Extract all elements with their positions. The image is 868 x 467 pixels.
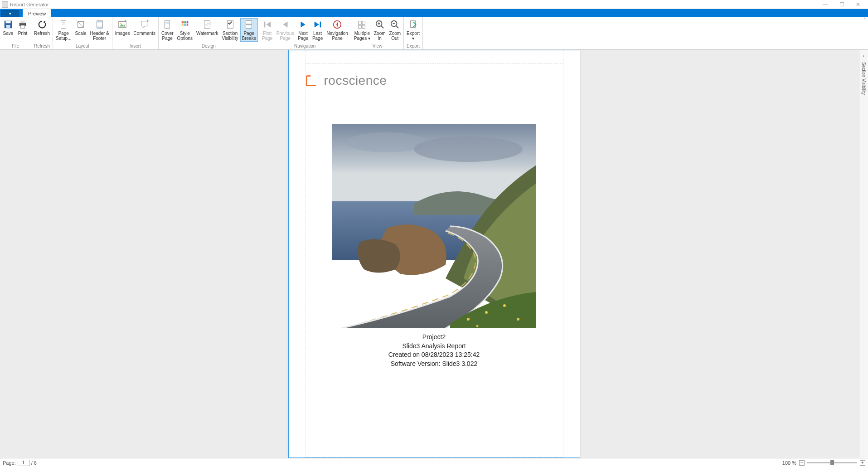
zoom-plus-button[interactable]: + — [860, 460, 865, 466]
group-label-design: Design — [160, 44, 258, 49]
page-setup-icon — [58, 19, 69, 30]
tab-preview[interactable]: Preview — [23, 9, 51, 17]
page-number-input[interactable] — [18, 460, 29, 466]
save-button[interactable]: Save — [1, 18, 15, 37]
page-breaks-label: Page Breaks — [242, 31, 256, 41]
images-label: Images — [115, 31, 130, 36]
style-options-button[interactable]: Style Options — [175, 18, 194, 42]
multiple-pages-label: Multiple Pages ▾ — [354, 31, 370, 41]
svg-rect-5 — [20, 25, 24, 28]
side-panel-label: Section Visibility — [861, 62, 866, 95]
page-breaks-icon — [243, 19, 254, 30]
cover-page-button[interactable]: Cover Page — [160, 18, 175, 42]
svg-rect-31 — [246, 25, 252, 28]
quick-access-toolbar[interactable]: ▾ — [1, 10, 19, 17]
ribbon-collapse-button[interactable]: ˄ — [863, 17, 866, 23]
navigation-pane-icon — [332, 19, 343, 30]
previous-page-icon — [280, 19, 291, 30]
svg-rect-8 — [62, 24, 65, 24]
ribbon-group-insert: + Images + Comments Insert — [112, 17, 159, 49]
zoom-slider[interactable] — [807, 462, 857, 463]
minimize-button[interactable]: — — [817, 0, 834, 9]
zoom-slider-thumb[interactable] — [830, 460, 834, 465]
tabstrip: ▾ Preview — [0, 9, 868, 17]
svg-rect-4 — [20, 21, 24, 24]
print-label: Print — [18, 31, 28, 36]
svg-marker-36 — [314, 22, 319, 28]
next-page-button[interactable]: Next Page — [296, 18, 310, 42]
last-page-icon — [312, 19, 323, 30]
watermark-button[interactable]: ABC Watermark — [194, 18, 220, 37]
svg-rect-26 — [186, 24, 188, 26]
svg-line-49 — [396, 26, 399, 29]
svg-rect-24 — [181, 24, 184, 26]
svg-text:+: + — [125, 19, 127, 23]
group-label-navigation: Navigation — [260, 44, 350, 49]
svg-marker-35 — [301, 22, 305, 28]
style-options-icon — [179, 19, 190, 30]
page-preview[interactable]: rocscience — [288, 50, 580, 458]
ribbon-group-navigation: First Page Previous Page Next Page Last … — [259, 17, 351, 49]
scale-icon — [75, 19, 86, 30]
scale-button[interactable]: Scale — [73, 18, 88, 37]
svg-rect-25 — [184, 24, 186, 26]
export-label: Export ▾ — [407, 31, 420, 41]
export-button[interactable]: Export ▾ — [405, 18, 422, 42]
cover-page-icon — [162, 19, 173, 30]
save-icon — [3, 19, 14, 30]
print-button[interactable]: Print — [15, 18, 30, 37]
svg-rect-42 — [359, 25, 361, 28]
page-setup-button[interactable]: Page Setup... — [54, 18, 73, 42]
ribbon-group-design: Cover Page Style Options ABC Watermark S… — [159, 17, 259, 49]
zoom-out-button[interactable]: Zoom Out — [388, 18, 403, 42]
previous-page-button[interactable]: Previous Page — [275, 18, 296, 42]
header-footer-button[interactable]: Header & Footer — [88, 18, 111, 42]
svg-rect-2 — [6, 25, 10, 28]
zoom-out-label: Zoom Out — [389, 31, 401, 41]
section-visibility-icon — [225, 19, 236, 30]
page-total: / 6 — [31, 460, 37, 466]
refresh-button[interactable]: Refresh — [32, 18, 52, 37]
margin-guides — [305, 50, 563, 457]
chevron-left-icon: ‹ — [863, 54, 864, 58]
svg-rect-29 — [227, 21, 233, 29]
group-label-export: Export — [405, 44, 422, 49]
comments-button[interactable]: + Comments — [132, 18, 157, 37]
maximize-button[interactable]: ☐ — [834, 0, 850, 9]
last-page-button[interactable]: Last Page — [310, 18, 325, 42]
watermark-icon: ABC — [202, 19, 213, 30]
svg-rect-19 — [165, 21, 170, 29]
multiple-pages-button[interactable]: Multiple Pages ▾ — [352, 18, 372, 42]
group-label-file: File — [1, 44, 30, 49]
page-label: Page: — [3, 460, 16, 466]
side-panel-section-visibility[interactable]: ‹ Section Visibility — [859, 50, 868, 458]
style-options-label: Style Options — [177, 31, 193, 41]
svg-rect-51 — [410, 21, 415, 28]
navigation-pane-button[interactable]: Navigation Pane — [325, 18, 350, 42]
section-visibility-button[interactable]: Section Visibility — [220, 18, 240, 42]
svg-rect-40 — [359, 21, 361, 24]
save-label: Save — [3, 31, 14, 36]
svg-rect-21 — [181, 21, 184, 24]
first-page-button[interactable]: First Page — [260, 18, 275, 42]
close-button[interactable]: ✕ — [850, 0, 866, 9]
scale-label: Scale — [75, 31, 86, 36]
page-breaks-button[interactable]: Page Breaks — [240, 18, 258, 42]
ribbon-group-refresh: Refresh Refresh — [31, 17, 53, 49]
zoom-minus-button[interactable]: − — [799, 460, 805, 466]
svg-marker-33 — [266, 22, 271, 28]
svg-marker-34 — [283, 22, 288, 28]
app-icon — [2, 1, 8, 8]
group-label-refresh: Refresh — [32, 44, 52, 49]
next-page-icon — [298, 19, 309, 30]
svg-rect-23 — [186, 21, 188, 24]
images-button[interactable]: + Images — [113, 18, 132, 37]
group-label-layout: Layout — [54, 44, 111, 49]
last-page-label: Last Page — [312, 31, 323, 41]
ribbon-group-export: Export ▾ Export — [404, 17, 423, 49]
svg-rect-37 — [320, 22, 321, 28]
zoom-in-button[interactable]: Zoom In — [372, 18, 388, 42]
svg-rect-7 — [62, 22, 65, 23]
zoom-control: 100 % − + — [782, 460, 865, 466]
refresh-label: Refresh — [34, 31, 50, 36]
